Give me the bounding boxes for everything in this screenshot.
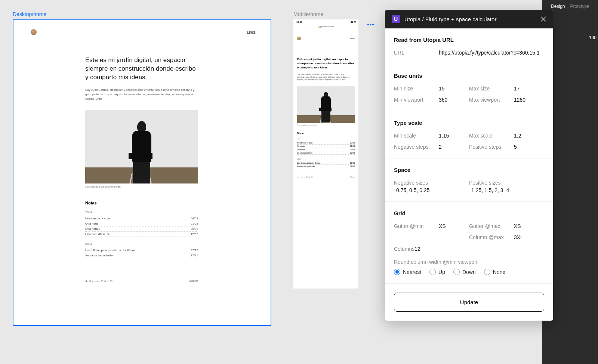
plugin-panel: U Utopia / Fluid type + space calculator… xyxy=(385,10,553,321)
max-size-input[interactable]: 17 xyxy=(514,86,520,92)
url-label: URL xyxy=(394,50,439,56)
note-date: 01/03 xyxy=(191,222,198,225)
note-row[interactable]: Nombre de la nota02/03 xyxy=(297,141,355,145)
note-date: 02/03 xyxy=(350,152,355,154)
nav-links[interactable]: Links xyxy=(247,30,256,34)
notas-heading: Notas xyxy=(297,132,355,135)
note-date: 02/03 xyxy=(350,165,355,167)
min-size-input[interactable]: 15 xyxy=(439,86,445,92)
note-title: Anuncios importantes xyxy=(297,165,315,167)
note-title: Otra nota 2 xyxy=(297,148,306,151)
space-heading: Space xyxy=(394,167,544,173)
footer-colophon[interactable]: Colofón xyxy=(189,280,198,283)
min-viewport-label: Min viewport xyxy=(394,97,439,103)
positive-sizes-input[interactable]: 1.25, 1.5, 2, 3, 4 xyxy=(469,187,544,193)
desktop-frame[interactable]: Links Este es mi jardín digital, un espa… xyxy=(13,19,271,326)
note-row[interactable]: Anuncios importantes02/03 xyxy=(297,165,355,168)
max-scale-input[interactable]: 1.2 xyxy=(514,133,521,139)
close-icon[interactable] xyxy=(540,16,546,22)
negative-sizes-label: Negative sizes xyxy=(394,180,469,186)
note-title: Las últimas palabras de un... xyxy=(297,162,321,164)
footer-colophon[interactable]: Colofón xyxy=(349,176,355,178)
columns-label: Columns xyxy=(394,246,414,252)
note-date: 04/03 xyxy=(191,217,198,220)
grid-heading: Grid xyxy=(394,210,544,216)
note-title: Las últimas palabras de un diseñador xyxy=(85,249,135,252)
tab-design[interactable]: Design xyxy=(551,4,565,9)
min-scale-input[interactable]: 1.15 xyxy=(439,133,449,139)
note-date: 17/11 xyxy=(191,254,198,257)
status-bar: 18:36 ••ll ᯤ ▮▮ xyxy=(293,19,358,25)
max-viewport-input[interactable]: 1280 xyxy=(514,97,525,103)
min-scale-label: Min scale xyxy=(394,133,439,139)
note-date: 02/03 xyxy=(350,145,355,147)
hero-photo xyxy=(85,110,198,183)
photo-caption: Foto tomada por @iamthejean xyxy=(85,185,198,188)
note-row[interactable]: Una nota diferente02/03 xyxy=(297,151,355,155)
note-row[interactable]: Las últimas palabras de un...02/03 xyxy=(297,161,355,165)
negative-steps-input[interactable]: 2 xyxy=(439,144,442,150)
note-title: Otra nota xyxy=(85,222,98,225)
photo-caption: Foto tomada por @iamthejean xyxy=(297,124,355,126)
desktop-frame-label[interactable]: Desktop/home xyxy=(13,11,46,17)
mobile-frame[interactable]: 18:36 ••ll ᯤ ▮▮ juanberrios.com Links Es… xyxy=(293,19,358,289)
notas-heading: Notas xyxy=(85,201,198,205)
positive-sizes-label: Positive sizes xyxy=(469,180,544,186)
negative-sizes-input[interactable]: 0.75, 0.5, 0.25 xyxy=(394,187,469,193)
note-date: 28/02 xyxy=(191,227,198,231)
gutter-min-input[interactable]: XS xyxy=(439,223,446,229)
note-row[interactable]: Otra nota02/03 xyxy=(297,145,355,148)
note-row[interactable]: Anuncios importantes17/11 xyxy=(85,253,198,258)
note-date: 22/12 xyxy=(191,249,198,252)
note-row[interactable]: Otra nota 202/03 xyxy=(297,148,355,151)
column-max-label: Column @max xyxy=(469,234,514,240)
gutter-max-label: Gutter @max xyxy=(469,223,514,229)
gutter-max-input[interactable]: XS xyxy=(514,223,521,229)
type-scale-heading: Type scale xyxy=(394,120,544,126)
url-input[interactable]: https://utopia.fyi/type/calculator?c=360… xyxy=(439,50,540,56)
radio-down[interactable]: Down xyxy=(453,269,476,275)
zoom-value[interactable]: 100 xyxy=(589,35,597,40)
radio-up[interactable]: Up xyxy=(429,269,445,275)
bio-text: Soy Juan Berrios, diseñador y desarrolla… xyxy=(297,73,355,81)
note-row[interactable]: Nombre de la nota04/03 xyxy=(85,216,198,221)
negative-steps-label: Negative steps xyxy=(394,144,439,150)
min-viewport-input[interactable]: 360 xyxy=(439,97,447,103)
note-date: 12/02 xyxy=(191,232,198,236)
footer-location: Hecho en Curicó, CL xyxy=(297,176,313,178)
plugin-header[interactable]: U Utopia / Fluid type + space calculator xyxy=(385,10,553,28)
hero-text: Este es mi jardín digital, un espacio si… xyxy=(297,58,355,70)
tab-prototype[interactable]: Prototype xyxy=(570,4,589,9)
url-section-heading: Read from Utopia URL xyxy=(394,37,544,43)
plugin-title: Utopia / Fluid type + space calculator xyxy=(404,16,536,22)
positive-steps-label: Positive steps xyxy=(469,144,514,150)
note-title: Nombre de la nota xyxy=(297,142,312,144)
radio-nearest[interactable]: Nearest xyxy=(394,269,421,275)
bio-text: Soy Juan Berrios, diseñador y desarrolla… xyxy=(85,88,198,101)
nav-links[interactable]: Links xyxy=(350,37,355,40)
year-heading: 2023 xyxy=(297,158,355,160)
note-row[interactable]: Las últimas palabras de un diseñador22/1… xyxy=(85,248,198,253)
note-title: Otra nota xyxy=(297,145,305,147)
avatar xyxy=(297,37,301,40)
columns-input[interactable]: 12 xyxy=(414,246,420,252)
note-row[interactable]: Otra nota 228/02 xyxy=(85,226,198,232)
radio-none[interactable]: None xyxy=(484,269,505,275)
footer-location: Hecho en Curicó, CL xyxy=(85,280,113,283)
year-heading: 2023 xyxy=(85,242,198,246)
positive-steps-input[interactable]: 5 xyxy=(514,144,517,150)
note-title: Otra nota 2 xyxy=(85,227,100,231)
update-button[interactable]: Update xyxy=(394,293,544,312)
browser-url: juanberrios.com xyxy=(293,25,358,30)
note-row[interactable]: Una nota diferente12/02 xyxy=(85,232,198,237)
avatar xyxy=(31,29,37,35)
mobile-frame-label[interactable]: Mobile/home xyxy=(293,11,323,17)
note-row[interactable]: Otra nota01/03 xyxy=(85,221,198,226)
year-heading: 2024 xyxy=(85,210,198,214)
note-title: Anuncios importantes xyxy=(85,254,114,257)
frame-actions-icon[interactable]: ••• xyxy=(367,21,374,28)
note-title: Nombre de la nota xyxy=(85,217,110,220)
note-date: 02/03 xyxy=(350,142,355,144)
column-max-input[interactable]: 3XL xyxy=(514,234,523,240)
note-title: Una nota diferente xyxy=(297,152,312,154)
